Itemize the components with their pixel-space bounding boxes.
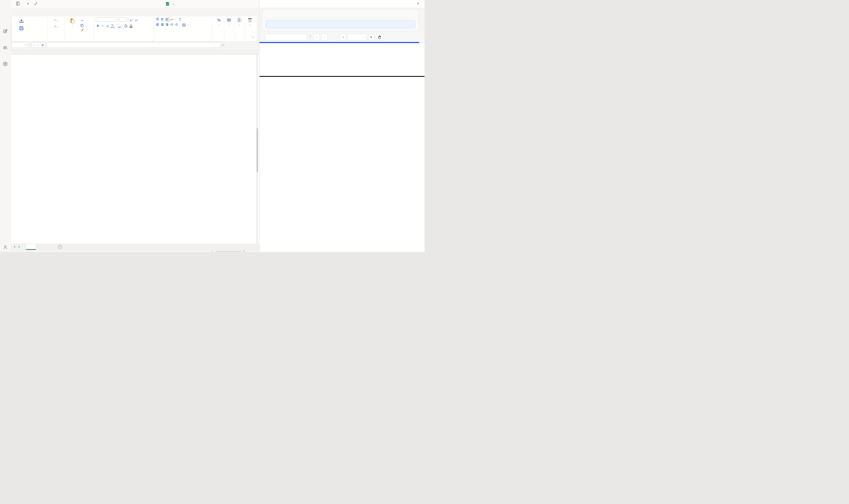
wrap-text-icon[interactable]: abc↩ [179,18,183,21]
align-center-icon[interactable] [161,23,164,27]
prev-sheet-icon[interactable]: ◀ [14,246,15,248]
orientation-icon[interactable]: a↗ [170,18,174,21]
cells-group-button[interactable]: ▾ [235,17,245,26]
zoom-out-icon[interactable]: − [212,250,213,252]
sheet-tab-bar: ◀ ▶ + [11,244,259,250]
formula-bar-divider: ⋮ [29,43,30,47]
download-excel-button[interactable] [14,17,29,25]
align-left-icon[interactable] [156,23,160,27]
pdf-zoom-select[interactable]: ⌄ [347,34,367,40]
grow-font-icon[interactable]: A▲ [129,18,133,22]
alignment-group: a↗ ▾ abc↩ ▾ ⌞ [154,16,212,41]
borders-icon[interactable] [118,24,121,28]
pdf-document [259,43,424,252]
sheet-tab-income-expense[interactable] [26,244,36,250]
italic-icon[interactable]: I [101,24,105,28]
insert-function-icon[interactable]: fx [42,43,44,47]
styles-group-button[interactable]: ▾ [224,17,234,26]
source-quotes-panel [262,9,419,31]
decrease-indent-icon[interactable] [170,23,174,27]
shrink-font-icon[interactable]: A▼ [135,18,139,22]
ribbon-tab-strip [11,8,259,16]
zoom-slider[interactable] [216,251,241,252]
library-icon[interactable] [3,45,8,51]
pdf-titlebar [259,0,424,8]
collapse-ribbon-icon[interactable]: ⌃ [252,36,254,39]
source-quote-item[interactable] [265,20,415,29]
orientation-dropdown[interactable]: ▾ [175,19,175,20]
spreadsheet-titlebar: × ▾ [11,0,259,8]
borders-dropdown[interactable]: ▾ [122,25,123,27]
status-bar: − + [11,250,259,252]
paste-button[interactable]: ▾ [67,17,78,32]
hand-tool-icon[interactable] [376,34,383,40]
format-painter-icon[interactable] [80,28,84,32]
compose-icon[interactable] [3,29,8,34]
formula-bar: ▾ ⋮ × ✓ fx [12,42,257,48]
redo-button[interactable]: ↷ ▾ [49,25,63,29]
align-top-icon[interactable] [156,18,160,21]
sheet-grid [11,54,259,244]
align-right-icon[interactable] [165,23,169,27]
alignment-dialog-launcher[interactable]: ⌞ [210,38,211,41]
version-selector[interactable]: ▾ [173,2,174,5]
toolbar-divider-dots: ••• [310,35,311,38]
fill-color-icon[interactable] [124,24,128,28]
app-window: × ▾ ↶ ▾ ↷ ▾ [0,0,424,252]
file-actions-group [12,16,47,41]
grid-apps-icon[interactable] [3,61,8,67]
undo-group: ↶ ▾ ↷ ▾ [48,16,65,41]
editing-group-button[interactable]: ▾ [245,17,255,26]
name-box[interactable]: ▾ [12,42,28,48]
svg-text:c↩: c↩ [179,19,181,21]
cut-icon[interactable]: ✂ [80,18,84,23]
find-previous-icon[interactable]: ↑ [314,34,320,40]
font-color-icon[interactable]: A [129,24,132,28]
next-sheet-icon[interactable]: ▶ [19,246,20,248]
zoom-in-icon[interactable]: + [243,250,245,252]
formula-bar-grip[interactable] [222,44,224,46]
pdf-zoom-out-icon[interactable]: − [340,34,346,40]
align-middle-icon[interactable] [161,18,164,21]
add-sheet-icon[interactable]: + [58,245,62,249]
sidebar-toggle-icon[interactable] [16,1,20,6]
vertical-scrollbar[interactable] [256,54,258,244]
collapse-window-icon[interactable] [34,2,38,5]
formula-buttons: × ✓ fx [31,42,46,48]
pdf-toolbar: ••• ↑ ↓ − ⌄ + [259,32,424,42]
bold-icon[interactable]: B [96,24,100,28]
align-bottom-icon[interactable] [165,17,169,21]
formula-input[interactable] [47,42,220,48]
copy-icon[interactable] [80,24,84,27]
save-to-workspace-button[interactable] [14,25,29,32]
account-icon[interactable] [3,245,8,250]
font-dialog-launcher[interactable]: ⌞ [152,38,152,41]
scrollbar-thumb[interactable] [257,128,258,172]
find-next-icon[interactable]: ↓ [321,34,327,40]
merge-dropdown[interactable]: ▾ [187,24,188,26]
pdf-heading-rule [259,76,424,77]
confirm-entry-icon[interactable]: ✓ [37,43,39,47]
font-size-select[interactable]: ▾ [119,17,128,22]
undo-button[interactable]: ↶ ▾ [49,18,63,22]
cancel-entry-icon[interactable]: × [33,43,34,47]
number-group-button[interactable]: % ▾ [214,17,224,26]
font-group: ▾ ▾ A▲ A▼ B I U D ▾ A [94,16,154,41]
double-underline-icon[interactable]: D [110,24,115,28]
pdf-zoom-in-icon[interactable]: + [368,34,374,40]
ribbon-toolbar: ↶ ▾ ↷ ▾ ▾ ✂ [12,16,257,41]
font-family-select[interactable]: ▾ [96,17,118,22]
search-input[interactable] [265,34,307,40]
close-document-icon[interactable]: × [27,2,29,6]
column-header-strip [11,50,259,54]
spreadsheet-file-icon [166,2,169,6]
pdf-close-icon[interactable]: × [417,2,419,5]
svg-text:ab: ab [179,18,181,19]
clipboard-group: ▾ ✂ [65,16,94,41]
merge-center-icon[interactable] [182,23,186,27]
document-title: ▾ [130,0,210,8]
big-groups: % ▾ ▾ ▾ ▾ [212,16,257,41]
increase-indent-icon[interactable] [175,23,178,27]
left-rail [0,0,11,252]
underline-icon[interactable]: U [106,24,110,28]
